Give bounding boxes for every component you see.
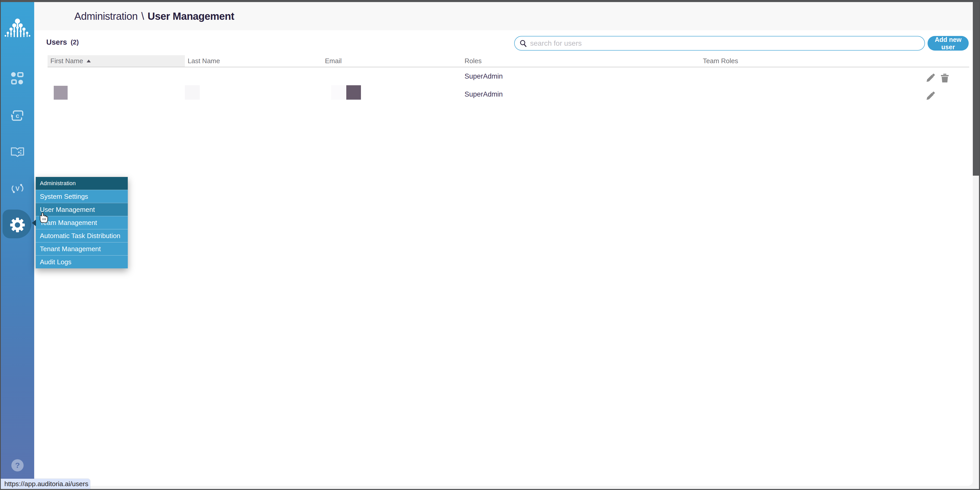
pencil-icon (926, 91, 935, 101)
redacted-email-block-dark (346, 85, 361, 100)
cell-first-name (48, 85, 185, 103)
sidebar-item-dashboard[interactable] (1, 71, 34, 87)
svg-text:V: V (16, 186, 19, 192)
help-icon: ? (11, 459, 24, 472)
cell-last-name (185, 67, 322, 85)
breadcrumb: Administration \ User Management (74, 2, 234, 30)
window-border-bottom (0, 489, 980, 490)
delete-user-button[interactable] (940, 73, 950, 83)
status-bar-url: https://app.auditoria.ai/users (1, 479, 90, 489)
sidebar-item-library[interactable] (1, 144, 34, 160)
column-header-first-name[interactable]: First Name (48, 55, 185, 67)
users-count: (2) (71, 38, 79, 46)
top-bar: Administration \ User Management U (34, 2, 973, 30)
cell-team-roles (700, 67, 926, 85)
open-book-icon (10, 146, 25, 158)
trash-icon (940, 73, 950, 83)
edit-user-button[interactable] (926, 73, 935, 83)
sidebar-item-administration[interactable] (1, 216, 34, 234)
sync-c-icon: c (11, 109, 24, 122)
column-header-last-name[interactable]: Last Name (185, 55, 322, 67)
breadcrumb-root[interactable]: Administration (74, 11, 138, 22)
table-header-row: First Name Last Name Email Roles Team Ro… (48, 55, 969, 67)
column-header-actions (926, 55, 969, 67)
sidebar-item-validation[interactable]: V (1, 181, 34, 196)
search-box (514, 36, 925, 51)
row-actions (926, 91, 935, 101)
edit-user-button[interactable] (926, 91, 935, 101)
column-header-roles[interactable]: Roles (462, 55, 700, 67)
redacted-first-name-block (54, 86, 68, 100)
page-title: Users (2) (46, 30, 79, 54)
cell-email (322, 67, 462, 85)
breadcrumb-current: User Management (148, 11, 234, 22)
row-actions (926, 73, 950, 83)
window-border-right (979, 0, 980, 490)
table-row: SuperAdmin (48, 67, 969, 85)
window-border-left (0, 0, 1, 490)
logo-burst-icon (5, 15, 30, 38)
cell-roles: SuperAdmin (462, 67, 700, 85)
window-border-top (0, 0, 980, 2)
search-input[interactable] (530, 39, 924, 48)
column-header-team-roles[interactable]: Team Roles (700, 55, 926, 67)
sidebar: c V (1, 2, 34, 489)
flyout-menu-header: Administration (36, 177, 128, 190)
redacted-email-block (331, 85, 346, 100)
add-new-user-button[interactable]: Add new user (928, 36, 969, 51)
search-icon (519, 40, 527, 47)
scrollbar-track[interactable] (973, 2, 979, 489)
pencil-icon (926, 73, 935, 83)
menu-item-system-settings[interactable]: System Settings (36, 190, 128, 203)
cell-roles: SuperAdmin (462, 85, 700, 103)
sidebar-item-help[interactable]: ? (1, 458, 34, 473)
menu-item-automatic-task-distribution[interactable]: Automatic Task Distribution (36, 229, 128, 242)
menu-item-audit-logs[interactable]: Audit Logs (36, 255, 128, 268)
sidebar-item-processing[interactable]: c (1, 108, 34, 123)
cell-first-name (48, 67, 185, 85)
gear-icon (10, 217, 25, 233)
menu-item-tenant-management[interactable]: Tenant Management (36, 242, 128, 255)
svg-text:c: c (16, 112, 19, 119)
v-orbit-icon: V (10, 182, 25, 195)
cell-team-roles (700, 85, 926, 103)
flyout-arrow (32, 220, 36, 226)
apps-grid-icon (11, 72, 24, 86)
mouse-cursor-hand (38, 212, 50, 224)
scrollbar-thumb[interactable] (973, 2, 979, 176)
breadcrumb-separator: \ (141, 11, 144, 22)
sort-ascending-icon (87, 60, 91, 62)
users-label: Users (46, 38, 67, 46)
column-header-email[interactable]: Email (322, 55, 462, 67)
users-table: First Name Last Name Email Roles Team Ro… (48, 55, 969, 103)
cell-last-name (185, 85, 322, 103)
app-window: c V (0, 0, 980, 490)
redacted-last-name-block (185, 85, 200, 100)
app-logo[interactable] (1, 14, 34, 39)
help-glyph: ? (15, 461, 20, 469)
